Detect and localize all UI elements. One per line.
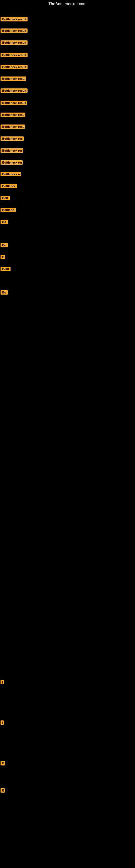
bottleneck-badge: B [1,788,5,793]
bottleneck-badge: Bottleneck res [1,148,23,153]
bottleneck-badge: Bott [1,196,10,200]
bottleneck-badge: Bo [1,290,8,294]
bottleneck-badge: Bottleneck result [1,40,28,45]
bottleneck-badge: Bottleneck result [1,29,28,33]
bottleneck-badge: Bottleneck res [1,136,24,141]
bottleneck-badge: B [1,255,5,259]
bottleneck-badge: Bottleneck resu [1,113,26,117]
bottleneck-badge: Bottleneck result [1,17,28,22]
bottleneck-badge: Bottleneck res [1,160,23,165]
bottleneck-badge: Bottleneck result [1,65,28,69]
bottleneck-badge: Bottlenec [1,184,17,188]
bottleneck-badge: B [1,761,5,766]
bottleneck-badge: Bo [1,243,8,247]
bottleneck-badge: Bottl [1,267,10,271]
site-title: TheBottlenecker.com [0,0,135,7]
bottleneck-badge: Bottleneck result [1,53,28,57]
bottleneck-badge: Bottleneck result [1,101,27,105]
bottleneck-badge: | [1,680,4,684]
bottleneck-badge: Bottleneck re [1,172,21,176]
bottleneck-badge: Bottlene [1,208,16,212]
bottleneck-badge: Bottleneck resu [1,124,25,129]
bottleneck-badge: | [1,720,4,725]
bottleneck-badge: Bottleneck resul [1,76,26,81]
bottleneck-badge: Bottleneck result [1,88,28,93]
bottleneck-badge: Bo [1,220,8,224]
